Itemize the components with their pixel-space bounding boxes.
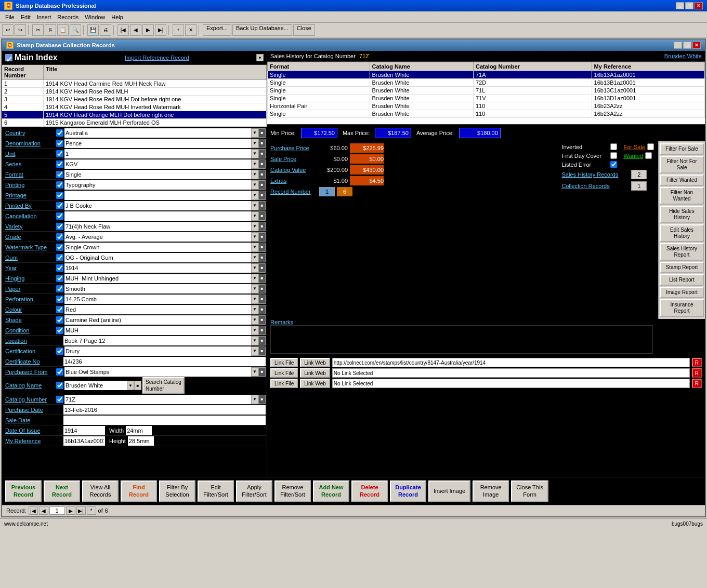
filter-for-sale-btn[interactable]: Filter For Sale [660, 143, 704, 155]
wanted-label[interactable]: Wanted [623, 153, 643, 159]
certification-arrow[interactable]: ▼ [251, 346, 258, 356]
catalog-number-arrow[interactable]: ▼ [251, 395, 258, 404]
link-file-btn-2[interactable]: Link File [270, 368, 298, 378]
duplicate-record-btn[interactable]: DuplicateRecord [390, 480, 426, 502]
table-row[interactable]: 1 1914 KGV Head Carmine Red MUH Neck Fla… [2, 80, 267, 88]
unit-checkbox[interactable] [56, 150, 63, 157]
purchased-from-label[interactable]: Purchased From [3, 368, 55, 376]
record-number-right[interactable] [337, 187, 352, 196]
country-expand[interactable]: ■ [258, 128, 266, 138]
catalog-number-label[interactable]: Catalog Number [3, 396, 55, 403]
variety-arrow[interactable]: ▼ [251, 222, 258, 231]
unit-input[interactable] [64, 149, 251, 158]
menu-window[interactable]: Window [82, 13, 108, 21]
watermark-type-arrow[interactable]: ▼ [251, 243, 258, 252]
gum-label[interactable]: Gum [3, 254, 55, 261]
format-input[interactable] [64, 170, 251, 179]
delete-record-btn[interactable]: DeleteRecord [351, 480, 388, 502]
apply-filter-sort-btn[interactable]: ApplyFilter/Sort [236, 480, 272, 502]
image-report-btn[interactable]: Image Report [660, 287, 704, 298]
series-expand[interactable]: ■ [258, 159, 266, 169]
close-this-form-btn[interactable]: Close ThisForm [511, 480, 548, 502]
cancellation-input[interactable] [64, 211, 251, 221]
table-row[interactable]: 4 1914 KGV Head Rose Red MUH Inverted Wa… [2, 103, 267, 111]
catalog-name-small-expand[interactable]: ■ [134, 381, 141, 390]
sales-history-records-value[interactable] [631, 170, 647, 179]
close-toolbar-btn[interactable]: Close [293, 24, 315, 36]
series-arrow[interactable]: ▼ [251, 159, 258, 169]
link-file-btn-1[interactable]: Link File [270, 358, 298, 367]
print-btn[interactable]: 🖨 [100, 24, 111, 36]
country-checkbox[interactable] [56, 129, 63, 137]
printage-checkbox[interactable] [56, 192, 63, 199]
printing-label[interactable]: Printing [3, 181, 55, 189]
insurance-report-btn[interactable]: Insurance Report [660, 299, 704, 317]
shade-expand[interactable]: ■ [258, 315, 266, 325]
menu-help[interactable]: Help [108, 13, 126, 21]
nav-first-btn-bottom[interactable]: |◀ [29, 506, 38, 515]
edit-sales-history-btn[interactable]: Edit Sales History [660, 224, 704, 242]
find-btn[interactable]: 🔍 [70, 24, 81, 36]
cancellation-checkbox[interactable] [56, 212, 63, 220]
collection-records-value[interactable] [631, 181, 647, 191]
link-r-btn-3[interactable]: R [692, 379, 702, 388]
catalog-name-arrow[interactable]: ▼ [127, 381, 134, 390]
paper-checkbox[interactable] [56, 285, 63, 292]
catalog-number-input[interactable] [64, 395, 251, 404]
filter-by-selection-btn[interactable]: Filter BySelection [159, 480, 195, 502]
inverted-checkbox[interactable] [610, 143, 617, 150]
denomination-expand[interactable]: ■ [258, 139, 266, 148]
expand-btn[interactable]: ▼ [256, 54, 264, 61]
export-btn[interactable]: Export... [203, 24, 231, 36]
height-input[interactable] [128, 436, 154, 446]
hinging-label[interactable]: Hinging [3, 275, 55, 282]
perforation-expand[interactable]: ■ [258, 295, 266, 304]
cancellation-expand[interactable]: ■ [258, 211, 266, 221]
table-row[interactable]: 6 1915 Kangaroo Emerald MLH Perforated O… [2, 119, 267, 127]
certification-expand[interactable]: ■ [258, 346, 266, 356]
nav-next-btn-bottom[interactable]: ▶ [66, 506, 75, 515]
year-input[interactable] [64, 263, 251, 273]
search-catalog-number-btn[interactable]: Search CatalogNumber [142, 377, 185, 394]
printing-checkbox[interactable] [56, 181, 63, 189]
sales-row-4[interactable]: Single Brusden White 71V 16b13D1az0001 [268, 95, 705, 102]
series-checkbox[interactable] [56, 161, 63, 168]
grade-arrow[interactable]: ▼ [251, 232, 258, 242]
certificate-no-label[interactable]: Certificate No [3, 358, 55, 365]
edit-filter-sort-btn[interactable]: EditFilter/Sort [198, 480, 234, 502]
view-all-records-btn[interactable]: View AllRecords [82, 480, 119, 502]
printed-by-arrow[interactable]: ▼ [251, 201, 258, 210]
cancellation-label[interactable]: Cancellation [3, 212, 55, 220]
my-reference-input[interactable] [63, 436, 105, 446]
nav-first-btn[interactable]: |◀ [117, 24, 129, 36]
unit-arrow[interactable]: ▼ [251, 149, 258, 158]
variety-checkbox[interactable] [56, 223, 63, 230]
denomination-arrow[interactable]: ▼ [251, 139, 258, 148]
series-label[interactable]: Series [3, 161, 55, 168]
format-checkbox[interactable] [56, 171, 63, 178]
hide-sales-history-btn[interactable]: Hide Sales History [660, 206, 704, 223]
gum-arrow[interactable]: ▼ [251, 253, 258, 262]
link-web-btn-3[interactable]: Link Web [300, 379, 330, 388]
watermark-type-checkbox[interactable] [56, 244, 63, 251]
location-arrow[interactable]: ▼ [251, 336, 258, 345]
shade-input[interactable] [64, 315, 251, 325]
watermark-type-expand[interactable]: ■ [258, 243, 266, 252]
certification-label[interactable]: Certification [3, 348, 55, 355]
purchase-price-right[interactable] [350, 143, 384, 153]
grade-checkbox[interactable] [56, 233, 63, 240]
printing-input[interactable] [64, 180, 251, 190]
previous-record-btn[interactable]: PreviousRecord [5, 480, 42, 502]
record-number-nav[interactable] [49, 506, 65, 515]
delete-btn[interactable]: ✕ [185, 24, 197, 36]
remarks-textarea[interactable] [270, 325, 653, 354]
colour-label[interactable]: Colour [3, 306, 55, 313]
gum-expand[interactable]: ■ [258, 253, 266, 262]
catalog-number-checkbox[interactable] [56, 396, 63, 403]
shade-label[interactable]: Shade [3, 316, 55, 324]
sales-table-container[interactable]: Format Catalog Name Catalog Number My Re… [267, 62, 705, 124]
purchase-date-label[interactable]: Purchase Date [3, 406, 55, 413]
variety-label[interactable]: Variety [3, 223, 55, 230]
link-url-1[interactable] [332, 358, 690, 367]
add-btn[interactable]: + [173, 24, 184, 36]
